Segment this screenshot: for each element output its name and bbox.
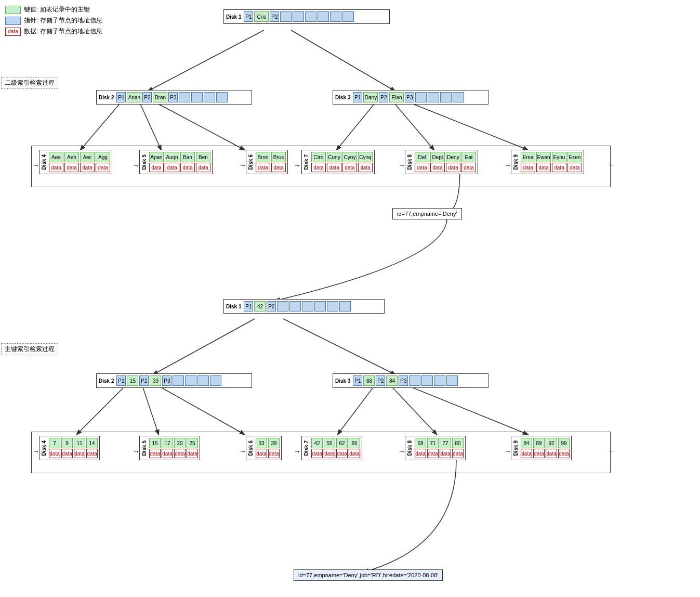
e3	[305, 11, 316, 22]
svg-line-14	[392, 387, 437, 434]
info1-text: id=77,empname='Deny'	[397, 211, 457, 217]
disk2-mid: Disk 2 P1 Anan P2 Bran P3	[96, 90, 252, 105]
disk3-label: Disk 3	[335, 95, 350, 100]
bran-cell: Bran	[153, 92, 167, 102]
svg-line-4	[159, 104, 244, 150]
b2e3	[197, 375, 209, 386]
be6	[339, 301, 351, 312]
b2e1	[173, 375, 184, 386]
svg-line-6	[395, 104, 434, 150]
e1	[280, 11, 292, 22]
section1-label: 二级索引检索过程	[1, 77, 58, 89]
svg-line-9	[283, 319, 395, 374]
svg-line-10	[77, 387, 124, 434]
disk2-label: Disk 2	[99, 95, 114, 100]
k33: 33	[150, 375, 161, 386]
b2e2	[185, 375, 196, 386]
d3p2: P2	[379, 92, 388, 102]
e4	[318, 11, 329, 22]
p1-cell: P1	[244, 11, 253, 22]
svg-line-1	[291, 30, 395, 91]
d2p1: P1	[116, 92, 126, 102]
be1	[277, 301, 288, 312]
e2	[293, 11, 304, 22]
svg-line-7	[413, 104, 527, 150]
dany-cell: Dany	[363, 92, 378, 102]
bp1: P1	[244, 301, 253, 312]
leaves2-border	[31, 432, 611, 473]
legend-ptr-box	[5, 17, 21, 25]
p2-cell: P2	[270, 11, 279, 22]
disk2b-label: Disk 2	[99, 378, 114, 384]
k15: 15	[127, 375, 138, 386]
disk3-bottom: Disk 3 P1 68 P2 84 P3	[333, 373, 488, 388]
bp2: P2	[267, 301, 276, 312]
e6	[342, 11, 354, 22]
legend-ptr-label: 指针: 存储子节点的地址信息	[24, 16, 102, 25]
d2e3	[204, 92, 215, 102]
d3e3	[440, 92, 452, 102]
b3p2: P2	[376, 375, 385, 386]
svg-line-2	[81, 104, 120, 150]
disk3b-label: Disk 3	[335, 378, 350, 384]
b2p3: P3	[162, 375, 171, 386]
d3p3: P3	[405, 92, 414, 102]
disk1-bottom: Disk 1 P1 42 P2	[223, 299, 385, 314]
k42: 42	[254, 301, 266, 312]
disk2-bottom: Disk 2 P1 15 P2 33 P3	[96, 373, 252, 388]
svg-line-3	[140, 104, 161, 150]
info2-text: id=77,empname='Deny',job='RD',hiredate='…	[298, 572, 438, 578]
svg-line-11	[143, 387, 159, 434]
legend-key-label: 键值: 如表记录中的主键	[24, 5, 90, 14]
elan-cell: Elan	[389, 92, 404, 102]
info-box-1: id=77,empname='Deny'	[392, 208, 462, 219]
legend-key: 键值: 如表记录中的主键	[5, 5, 102, 14]
e5	[330, 11, 341, 22]
svg-line-0	[148, 30, 264, 91]
k84: 84	[386, 375, 398, 386]
d2e2	[191, 92, 203, 102]
b3e4	[446, 375, 458, 386]
d2e1	[179, 92, 190, 102]
legend-data: data 数据: 存储子节点的地址信息	[5, 27, 102, 36]
b3e2	[421, 375, 433, 386]
cris-cell: Cris	[254, 11, 269, 22]
d3p1: P1	[353, 92, 362, 102]
b2p1: P1	[116, 375, 126, 386]
b3p1: P1	[353, 375, 362, 386]
svg-line-13	[338, 387, 373, 434]
be5	[327, 301, 338, 312]
legend-key-box	[5, 6, 21, 14]
d3e4	[453, 92, 464, 102]
svg-line-15	[412, 387, 527, 434]
d2p2: P2	[142, 92, 152, 102]
leaves1-border	[31, 146, 611, 187]
be3	[302, 301, 313, 312]
svg-line-5	[337, 104, 374, 150]
anan-cell: Anan	[127, 92, 141, 102]
info-box-2: id=77,empname='Deny',job='RD',hiredate='…	[294, 569, 443, 581]
disk1-bottom-label: Disk 1	[226, 304, 241, 309]
svg-line-8	[153, 319, 255, 374]
d3e2	[428, 92, 439, 102]
legend-data-label: 数据: 存储子节点的地址信息	[24, 27, 102, 36]
legend-data-box: data	[5, 28, 21, 36]
disk1-top-label: Disk 1	[226, 14, 241, 20]
d2p3: P3	[168, 92, 178, 102]
k68: 68	[363, 375, 375, 386]
legend: 键值: 如表记录中的主键 指针: 存储子节点的地址信息 data 数据: 存储子…	[5, 5, 102, 38]
b3e3	[434, 375, 445, 386]
d3e1	[415, 92, 427, 102]
b2p2: P2	[139, 375, 149, 386]
b3p3: P3	[399, 375, 408, 386]
b3e1	[409, 375, 420, 386]
legend-ptr: 指针: 存储子节点的地址信息	[5, 16, 102, 25]
b2e4	[210, 375, 221, 386]
be2	[289, 301, 301, 312]
disk1-top: Disk 1 P1 Cris P2	[223, 9, 390, 24]
svg-line-12	[161, 387, 244, 434]
d2e4	[216, 92, 228, 102]
disk3-mid: Disk 3 P1 Dany P2 Elan P3	[333, 90, 488, 105]
be4	[314, 301, 326, 312]
section2-label: 主键索引检索过程	[1, 343, 58, 355]
